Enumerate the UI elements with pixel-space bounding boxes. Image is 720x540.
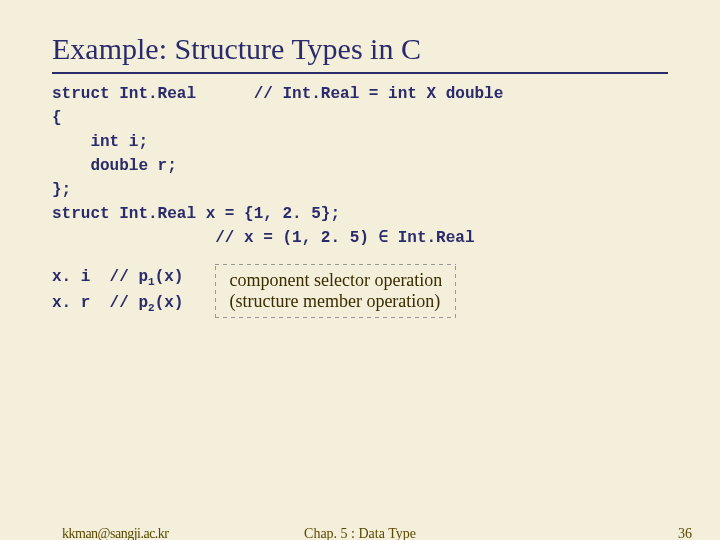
sel-1d: (x) <box>155 268 184 286</box>
selector-code: x. i // p1(x) x. r // p2(x) <box>52 265 183 316</box>
slide-title: Example: Structure Types in C <box>52 32 668 66</box>
sel-2c: 2 <box>148 302 155 314</box>
code-line-4: double r; <box>52 157 177 175</box>
sel-1c: 1 <box>148 277 155 289</box>
code-line-6: struct Int.Real x = {1, 2. 5}; <box>52 205 340 223</box>
code-line-1b: // Int.Real = int X double <box>254 85 504 103</box>
title-rule <box>52 72 668 74</box>
sel-2a: x. r <box>52 294 90 312</box>
footer-chapter: Chap. 5 : Data Type <box>0 526 720 540</box>
sel-2d: (x) <box>155 294 184 312</box>
code-block: struct Int.Real // Int.Real = int X doub… <box>52 82 668 250</box>
annotation-line-2: (structure member operation) <box>229 291 440 311</box>
footer-page: 36 <box>678 526 692 540</box>
sel-2b: // p <box>110 294 148 312</box>
code-line-5: }; <box>52 181 71 199</box>
code-line-1a: struct Int.Real <box>52 85 196 103</box>
code-line-2: { <box>52 109 62 127</box>
slide: Example: Structure Types in C struct Int… <box>0 0 720 540</box>
annotation-line-1: component selector operation <box>229 270 442 290</box>
sel-1a: x. i <box>52 268 90 286</box>
code-line-3: int i; <box>52 133 148 151</box>
annotation-box: component selector operation (structure … <box>215 264 456 318</box>
selector-row: x. i // p1(x) x. r // p2(x) component se… <box>52 264 668 318</box>
code-line-7: // x = (1, 2. 5) ∈ Int.Real <box>52 229 475 247</box>
sel-1b: // p <box>110 268 148 286</box>
